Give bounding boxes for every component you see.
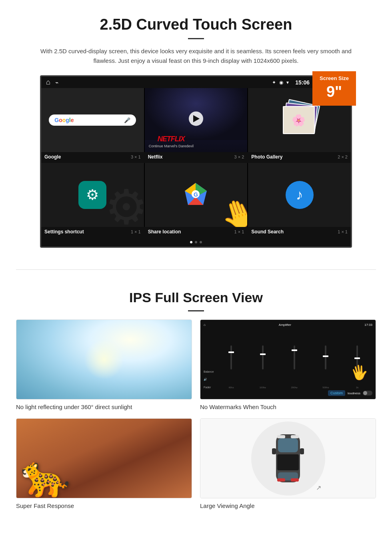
google-label: Google 3 × 1 bbox=[41, 152, 144, 163]
feature-sunlight: No light reflecting under 360° direct su… bbox=[16, 319, 192, 410]
mic-icon[interactable]: 🎤 bbox=[124, 117, 130, 123]
sunlight-label: No light reflecting under 360° direct su… bbox=[16, 403, 192, 410]
bluetooth-icon: ✦ bbox=[272, 80, 276, 85]
section-divider bbox=[16, 269, 376, 270]
fast-response-label: Super Fast Response bbox=[16, 502, 192, 509]
settings-app-size: 1 × 1 bbox=[131, 229, 141, 234]
location-icon: ◉ bbox=[279, 80, 283, 85]
netflix-app-cell[interactable]: NETFLIX Continue Marvel's Daredevil bbox=[145, 88, 248, 152]
share-location-icon: G bbox=[182, 181, 210, 209]
svg-rect-8 bbox=[277, 454, 299, 470]
gallery-label: Photo Gallery 2 × 2 bbox=[248, 152, 351, 163]
sound-search-cell[interactable]: ♪ bbox=[248, 163, 351, 227]
svg-rect-13 bbox=[291, 435, 299, 438]
share-label: Share location 1 × 1 bbox=[145, 227, 248, 238]
sound-app-size: 1 × 1 bbox=[338, 229, 348, 234]
amp-hand-icon: 🖐 bbox=[350, 363, 370, 382]
section-ips: IPS Full Screen View No light reflecting… bbox=[0, 278, 392, 525]
amp-title: Amplifier bbox=[279, 323, 291, 327]
settings-ghost-icon: ⚙ bbox=[105, 179, 144, 227]
car-image: ↗ bbox=[200, 418, 376, 498]
car-top-view-svg bbox=[270, 430, 306, 486]
dot-1[interactable] bbox=[190, 241, 192, 243]
status-time: 15:06 bbox=[295, 79, 310, 86]
gallery-app-name: Photo Gallery bbox=[251, 154, 282, 160]
app-labels-row2: Settings shortcut 1 × 1 Share location 1… bbox=[41, 227, 351, 238]
amp-home-icon: ⌂ bbox=[204, 323, 206, 327]
app-grid-row2: ⚙ ⚙ bbox=[41, 163, 351, 227]
settings-app-cell[interactable]: ⚙ ⚙ bbox=[41, 163, 144, 227]
svg-text:G: G bbox=[194, 191, 198, 198]
share-app-size: 1 × 1 bbox=[234, 229, 244, 234]
photo-card-front: 🌸 bbox=[283, 106, 315, 134]
sunlight-image bbox=[16, 319, 192, 399]
sound-app-name: Sound Search bbox=[251, 229, 284, 235]
play-triangle bbox=[193, 115, 200, 122]
ips-title: IPS Full Screen View bbox=[16, 290, 376, 305]
flower-icon: 🌸 bbox=[292, 114, 306, 127]
maps-icon-svg: G bbox=[185, 183, 207, 207]
features-grid: No light reflecting under 360° direct su… bbox=[16, 319, 376, 509]
svg-rect-14 bbox=[277, 478, 285, 482]
title-divider bbox=[188, 38, 204, 39]
wifi-icon: ▾ bbox=[286, 80, 289, 85]
photo-stack: 🌸 bbox=[280, 100, 320, 140]
settings-app-name: Settings shortcut bbox=[44, 229, 84, 235]
usb-icon: ⌁ bbox=[55, 79, 58, 86]
pagination-dots bbox=[41, 238, 351, 247]
amplifier-image: ⌂ Amplifier 17:33 Balance 🔊 Fader bbox=[200, 319, 376, 399]
section-curved-touch: 2.5D Curved Touch Screen With 2.5D curve… bbox=[0, 0, 392, 261]
netflix-logo: NETFLIX bbox=[149, 135, 194, 143]
netflix-subtitle: Continue Marvel's Daredevil bbox=[149, 144, 194, 148]
svg-rect-15 bbox=[291, 478, 299, 482]
share-app-name: Share location bbox=[148, 229, 181, 235]
dot-2[interactable] bbox=[195, 241, 197, 243]
google-logo: Google bbox=[54, 117, 74, 123]
cheetah-image: 🐆 bbox=[16, 418, 192, 498]
feature-fast-response: 🐆 Super Fast Response bbox=[16, 418, 192, 509]
curved-title: 2.5D Curved Touch Screen bbox=[32, 16, 360, 33]
badge-label: Screen Size bbox=[320, 75, 349, 81]
cheetah-emoji: 🐆 bbox=[20, 453, 70, 498]
settings-icon: ⚙ bbox=[78, 181, 106, 209]
share-location-cell[interactable]: G 🤚 bbox=[145, 163, 248, 227]
badge-size-value: 9" bbox=[320, 82, 349, 102]
watermarks-label: No Watermarks When Touch bbox=[200, 403, 376, 410]
home-icon[interactable]: ⌂ bbox=[46, 78, 50, 86]
viewing-angle-label: Large Viewing Angle bbox=[200, 502, 376, 509]
netflix-app-size: 3 × 2 bbox=[234, 155, 244, 159]
hand-pointer-icon: 🤚 bbox=[216, 193, 247, 227]
netflix-play-button[interactable] bbox=[189, 111, 203, 126]
app-labels-row1: Google 3 × 1 Netflix 3 × 2 Photo Gallery… bbox=[41, 152, 351, 163]
google-app-cell[interactable]: Google 🎤 bbox=[41, 88, 144, 152]
app-grid-row1: Google 🎤 bbox=[41, 88, 351, 152]
svg-rect-12 bbox=[277, 435, 285, 438]
device-mockup: Screen Size 9" ⌂ ⌁ ✦ ◉ ▾ 15:06 📷 🔊 ✕ ▭ bbox=[40, 75, 352, 248]
screen-size-badge: Screen Size 9" bbox=[312, 71, 356, 106]
curved-description: With 2.5D curved-display screen, this de… bbox=[32, 46, 360, 66]
gallery-app-size: 2 × 2 bbox=[338, 155, 348, 159]
ips-title-divider bbox=[188, 310, 204, 311]
netflix-label: Netflix 3 × 2 bbox=[145, 152, 248, 163]
google-app-size: 3 × 1 bbox=[131, 155, 141, 159]
svg-rect-7 bbox=[278, 438, 298, 452]
amp-time: 17:33 bbox=[364, 323, 372, 327]
svg-rect-10 bbox=[272, 448, 276, 454]
feature-watermarks: ⌂ Amplifier 17:33 Balance 🔊 Fader bbox=[200, 319, 376, 410]
sound-search-icon: ♪ bbox=[286, 181, 314, 209]
sound-label: Sound Search 1 × 1 bbox=[248, 227, 351, 238]
feature-viewing-angle: ↗ Large Viewing Angle bbox=[200, 418, 376, 509]
gear-icon: ⚙ bbox=[86, 187, 99, 203]
device-screen: ⌂ ⌁ ✦ ◉ ▾ 15:06 📷 🔊 ✕ ▭ bbox=[40, 75, 352, 248]
settings-label: Settings shortcut 1 × 1 bbox=[41, 227, 144, 238]
netflix-app-name: Netflix bbox=[148, 154, 163, 160]
svg-rect-11 bbox=[300, 448, 304, 454]
status-bar: ⌂ ⌁ ✦ ◉ ▾ 15:06 📷 🔊 ✕ ▭ bbox=[41, 76, 351, 88]
music-note-icon: ♪ bbox=[296, 187, 303, 203]
dot-3[interactable] bbox=[200, 241, 202, 243]
google-app-name: Google bbox=[44, 154, 61, 160]
google-search-bar[interactable]: Google 🎤 bbox=[49, 114, 136, 126]
